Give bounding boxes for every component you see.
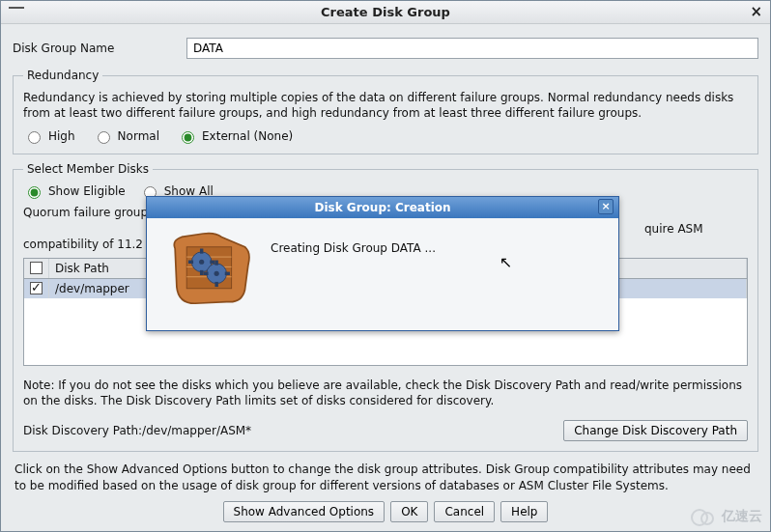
- dialog-title: Disk Group: Creation: [314, 201, 450, 214]
- member-disks-legend: Select Member Disks: [23, 162, 153, 176]
- dialog-close-icon[interactable]: ×: [598, 199, 614, 214]
- show-advanced-button[interactable]: Show Advanced Options: [223, 501, 386, 522]
- creation-dialog: Disk Group: Creation ×: [146, 196, 619, 331]
- redundancy-legend: Redundancy: [23, 69, 102, 82]
- disk-group-name-label: Disk Group Name: [13, 42, 177, 55]
- redundancy-external[interactable]: External (None): [177, 128, 293, 144]
- help-button[interactable]: Help: [500, 501, 548, 522]
- change-discovery-path-button[interactable]: Change Disk Discovery Path: [563, 420, 748, 441]
- redundancy-high-radio[interactable]: [28, 131, 41, 144]
- dialog-body: Creating Disk Group DATA ... ↖: [147, 218, 618, 330]
- show-eligible-radio[interactable]: [28, 186, 41, 199]
- dialog-message: Creating Disk Group DATA ...: [271, 241, 595, 255]
- show-eligible-label: Show Eligible: [48, 184, 126, 198]
- redundancy-high[interactable]: High: [23, 128, 75, 144]
- disk-group-name-input[interactable]: [186, 38, 758, 59]
- redundancy-high-label: High: [48, 129, 75, 143]
- header-checkbox-icon[interactable]: [30, 262, 43, 274]
- row-checkbox-cell[interactable]: [24, 279, 49, 298]
- title-bar: Create Disk Group ×: [1, 1, 770, 24]
- window-menu-icon[interactable]: [9, 7, 24, 9]
- cancel-button[interactable]: Cancel: [434, 501, 495, 522]
- footer-note: Click on the Show Advanced Options butto…: [14, 462, 757, 492]
- redundancy-normal-radio[interactable]: [98, 131, 110, 144]
- ok-button[interactable]: OK: [390, 501, 428, 522]
- discovery-row: Disk Discovery Path:/dev/mapper/ASM* Cha…: [23, 420, 748, 441]
- discovery-path: Disk Discovery Path:/dev/mapper/ASM*: [23, 424, 251, 437]
- cursor-icon: ↖: [500, 253, 512, 271]
- redundancy-description: Redundancy is achieved by storing multip…: [23, 90, 748, 121]
- watermark-text: 亿速云: [722, 508, 762, 525]
- disk-group-name-row: Disk Group Name: [13, 38, 758, 59]
- footer-buttons: Show Advanced Options OK Cancel Help: [13, 501, 758, 522]
- window-title: Create Disk Group: [1, 5, 770, 19]
- close-icon[interactable]: ×: [750, 3, 762, 20]
- redundancy-normal-label: Normal: [118, 129, 159, 143]
- quorum-note-prefix: Quorum failure group: [23, 206, 148, 219]
- dialog-titlebar: Disk Group: Creation ×: [147, 197, 618, 218]
- discovery-note: Note: If you do not see the disks which …: [23, 378, 748, 408]
- main-window: Create Disk Group × Disk Group Name Redu…: [0, 0, 771, 532]
- discovery-path-value: /dev/mapper/ASM*: [142, 424, 251, 437]
- watermark: 亿速云: [691, 508, 762, 525]
- svg-point-6: [199, 260, 204, 265]
- gear-icon: [170, 231, 253, 308]
- redundancy-options: High Normal External (None): [23, 128, 748, 144]
- redundancy-normal[interactable]: Normal: [93, 128, 159, 144]
- col-check-header[interactable]: [24, 259, 49, 278]
- redundancy-external-radio[interactable]: [182, 131, 194, 144]
- show-eligible[interactable]: Show Eligible: [23, 183, 126, 199]
- discovery-path-label: Disk Discovery Path:: [23, 424, 142, 437]
- cloud-icon: [691, 509, 718, 524]
- row-checkbox-icon[interactable]: [30, 282, 43, 294]
- redundancy-external-label: External (None): [202, 129, 293, 143]
- redundancy-fieldset: Redundancy Redundancy is achieved by sto…: [13, 69, 758, 154]
- svg-point-7: [214, 271, 219, 276]
